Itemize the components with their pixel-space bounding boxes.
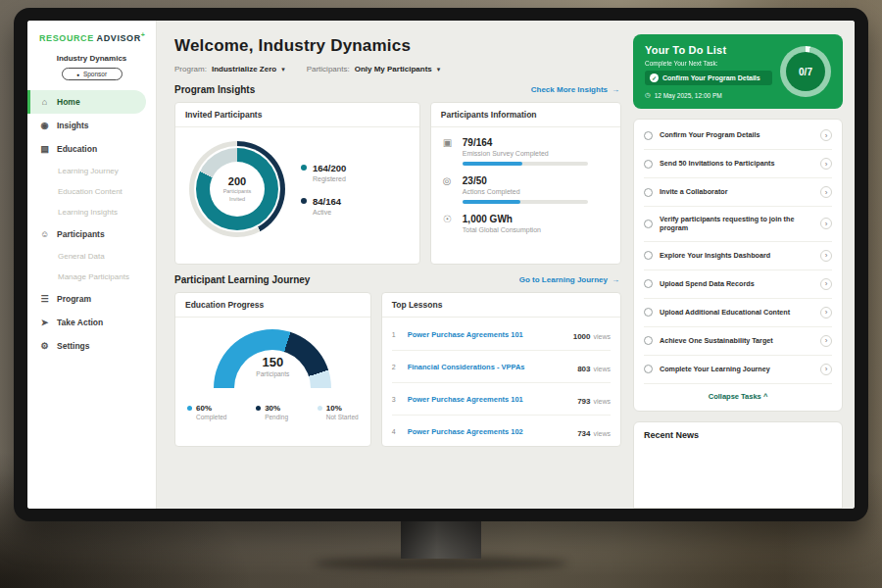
participants-information-card: Participants Information ▣ 79/164 Emissi…	[430, 102, 621, 265]
go-to-learning-journey-link[interactable]: Go to Learning Journey →	[519, 275, 619, 284]
program-icon: ☰	[39, 294, 50, 304]
lesson-row: 3 Power Purchase Agreements 101 793views	[392, 383, 611, 416]
task-checkbox[interactable]	[644, 251, 653, 260]
stat-emission-survey: ▣ 79/164 Emission Survey Completed	[431, 127, 620, 166]
program-filter-value[interactable]: Industrialize Zero	[212, 65, 276, 74]
chevron-right-icon[interactable]: ›	[820, 158, 832, 170]
top-lessons-list: 1 Power Purchase Agreements 101 1000view…	[382, 318, 620, 447]
gauge-legend: 60% Completed 30% Pending	[175, 394, 370, 420]
task-checkbox[interactable]	[644, 131, 653, 140]
legend-item-completed: 60% Completed	[187, 404, 226, 420]
stat-label: Actions Completed	[463, 188, 588, 195]
due-label: 12 May 2025, 12:00 PM	[655, 92, 722, 99]
chevron-right-icon[interactable]: ›	[820, 129, 832, 141]
legend-value: 60%	[196, 404, 226, 413]
chevron-right-icon[interactable]: ›	[820, 364, 832, 375]
sidebar-item-home[interactable]: ⌂ Home	[27, 90, 146, 114]
stat-value: 23/50	[463, 175, 588, 186]
sidebar-item-general-data[interactable]: General Data	[27, 246, 156, 267]
chevron-right-icon[interactable]: ›	[820, 250, 832, 262]
insights-cards-row: Invited Participants 200 Participants In…	[174, 102, 621, 265]
chevron-right-icon[interactable]: ›	[820, 278, 832, 290]
task-checkbox[interactable]	[644, 279, 653, 288]
sidebar-item-learning-insights[interactable]: Learning Insights	[27, 202, 156, 222]
sidebar-item-settings[interactable]: ⚙ Settings	[27, 334, 156, 358]
task-label: Invite a Collaborator	[660, 187, 813, 196]
donut-legend: 164/200 Registered 84/164 Active	[301, 163, 346, 216]
task-row[interactable]: Confirm Your Program Details ›	[644, 122, 832, 150]
sidebar-item-label: Participants	[57, 229, 105, 239]
card-title: Education Progress	[175, 293, 370, 318]
sidebar-menu: ⌂ Home ◉ Insights ▤ Education Learning J…	[27, 90, 156, 358]
home-icon: ⌂	[39, 97, 50, 107]
chevron-down-icon[interactable]: ▾	[281, 66, 285, 74]
task-checkbox[interactable]	[644, 336, 653, 345]
lesson-title-link[interactable]: Power Purchase Agreements 102	[408, 427, 570, 436]
lesson-title-link[interactable]: Power Purchase Agreements 101	[408, 395, 570, 404]
check-more-insights-link[interactable]: Check More Insights →	[531, 85, 619, 94]
task-label: Send 50 Invitations to Participants	[660, 159, 813, 168]
task-row[interactable]: Send 50 Invitations to Participants ›	[644, 150, 832, 178]
lesson-views-suffix: views	[593, 366, 611, 372]
lesson-row: 1 Power Purchase Agreements 101 1000view…	[392, 318, 611, 351]
sidebar-item-learning-journey[interactable]: Learning Journey	[27, 161, 156, 181]
sidebar-item-education[interactable]: ▤ Education	[27, 137, 156, 161]
lesson-rank: 4	[392, 428, 400, 435]
task-checkbox[interactable]	[644, 365, 653, 373]
task-row[interactable]: Invite a Collaborator ›	[644, 178, 832, 207]
stat-value: 79/164	[463, 137, 588, 148]
task-label: Upload Additional Educational Content	[660, 308, 813, 317]
todo-subtitle: Complete Your Next Task:	[645, 60, 772, 67]
sidebar-item-take-action[interactable]: ➤ Take Action	[27, 311, 156, 334]
sidebar-item-manage-participants[interactable]: Manage Participants	[27, 267, 156, 287]
task-checkbox[interactable]	[644, 220, 653, 228]
legend-label: Completed	[196, 414, 226, 420]
education-icon: ▤	[39, 144, 50, 154]
filter-bar: Program: Industrialize Zero ▾ Participan…	[174, 65, 621, 74]
chevron-right-icon[interactable]: ›	[820, 335, 832, 347]
chevron-right-icon[interactable]: ›	[820, 307, 832, 318]
task-checkbox[interactable]	[644, 188, 653, 197]
task-row[interactable]: Complete Your Learning Journey ›	[644, 356, 832, 384]
task-row[interactable]: Achieve One Sustainability Target ›	[644, 327, 832, 356]
sidebar-item-participants[interactable]: ☺ Participants	[27, 222, 156, 246]
participants-filter-label: Participants:	[307, 65, 350, 74]
legend-value: 10%	[326, 404, 359, 413]
task-row[interactable]: Upload Additional Educational Content ›	[644, 299, 832, 327]
progress-bar	[463, 162, 588, 166]
invited-participants-donut-chart: 200 Participants Invited	[189, 141, 285, 237]
stat-actions-completed: ◎ 23/50 Actions Completed	[431, 166, 620, 204]
task-row[interactable]: Explore Your Insights Dashboard ›	[644, 242, 832, 270]
participants-filter-value[interactable]: Only My Participants	[355, 65, 432, 74]
legend-label: Active	[313, 209, 341, 216]
gauge-center-value: 150	[214, 355, 331, 369]
task-checkbox[interactable]	[644, 160, 653, 169]
lesson-title-link[interactable]: Power Purchase Agreements 101	[408, 330, 565, 339]
chevron-right-icon[interactable]: ›	[820, 186, 832, 198]
legend-label: Pending	[265, 414, 288, 420]
section-title: Program Insights	[174, 84, 255, 95]
lesson-row: 2 Financial Considerations - VPPAs 803vi…	[392, 351, 611, 383]
sidebar-item-label: Insights	[57, 121, 89, 130]
progress-bar	[463, 200, 588, 204]
sponsor-badge: ● Sponsor	[62, 68, 122, 80]
task-checkbox[interactable]	[644, 308, 653, 317]
todo-next-task[interactable]: ✓ Confirm Your Program Details	[645, 71, 772, 85]
collapse-label: Collapse Tasks	[709, 392, 761, 401]
chevron-down-icon[interactable]: ▾	[437, 66, 441, 74]
legend-bullet-icon	[187, 406, 192, 411]
sidebar-item-education-content[interactable]: Education Content	[27, 181, 156, 202]
stat-label: Total Global Consumption	[463, 226, 541, 233]
program-filter-label: Program:	[174, 65, 207, 74]
lesson-title-link[interactable]: Financial Considerations - VPPAs	[408, 363, 570, 371]
sidebar-item-program[interactable]: ☰ Program	[27, 287, 156, 311]
take-action-icon: ➤	[39, 318, 50, 327]
task-label: Achieve One Sustainability Target	[660, 336, 813, 345]
sidebar-item-label: Take Action	[57, 318, 103, 327]
task-row[interactable]: Upload Spend Data Records ›	[644, 270, 832, 299]
card-title: Participants Information	[431, 103, 620, 127]
chevron-right-icon[interactable]: ›	[820, 218, 832, 229]
collapse-tasks-button[interactable]: Collapse Tasks ^	[644, 384, 832, 409]
task-row[interactable]: Verify participants requesting to join t…	[644, 207, 832, 242]
sidebar-item-insights[interactable]: ◉ Insights	[27, 114, 156, 137]
